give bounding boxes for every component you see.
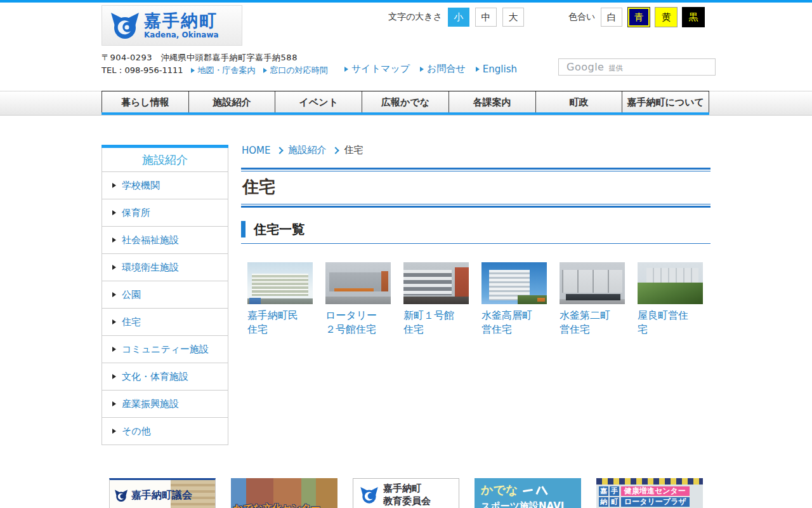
tile-char: 手 — [610, 486, 619, 496]
top-accent-bar — [0, 0, 812, 3]
contact-link[interactable]: お問合せ — [420, 63, 466, 75]
breadcrumb-section-link[interactable]: 施設紹介 — [289, 144, 327, 156]
housing-card-label: 嘉手納町民住宅 — [247, 309, 303, 337]
sidebar-item-label: 公園 — [122, 289, 141, 301]
sidebar-item-culture-sports[interactable]: 文化・体育施設 — [102, 363, 228, 390]
map-office-link[interactable]: 地図・庁舎案内 — [191, 65, 256, 76]
town-emblem-icon — [110, 11, 140, 40]
office-hours-link-label: 窓口の対応時間 — [270, 65, 328, 76]
tile-char: 町 — [610, 497, 619, 507]
sidebar-item-social-welfare[interactable]: 社会福祉施設 — [102, 226, 228, 253]
scheme-black-button[interactable]: 黒 — [683, 8, 704, 27]
google-provided-label: 提供 — [608, 64, 622, 73]
english-link[interactable]: English — [476, 64, 517, 75]
triangle-icon — [112, 265, 116, 270]
triangle-icon — [420, 67, 424, 72]
color-scheme-label: 色合い — [568, 11, 595, 23]
sidebar-item-label: その他 — [122, 425, 151, 438]
housing-card-kadena-chomin[interactable]: 嘉手納町民住宅 — [247, 262, 313, 337]
map-office-link-label: 地図・庁舎案内 — [198, 65, 256, 76]
housing-card-yara[interactable]: 屋良町営住宅 — [638, 262, 703, 337]
google-logo: Google — [566, 61, 604, 73]
banner-board-of-education[interactable]: 嘉手納町 教育委員会 — [353, 478, 459, 508]
text-size-small-button[interactable]: 小 — [448, 8, 469, 27]
nav-item-town-government[interactable]: 町政 — [536, 91, 623, 115]
housing-thumbnail — [560, 262, 625, 304]
triangle-icon — [112, 183, 116, 188]
housing-card-label: ロータリー２号館住宅 — [325, 309, 381, 337]
housing-card-label: 新町１号館住宅 — [403, 309, 459, 337]
sidebar-item-schools[interactable]: 学校機関 — [102, 171, 228, 199]
sidebar-item-others[interactable]: その他 — [102, 417, 228, 444]
housing-card-mizugama-daini[interactable]: 水釜第二町営住宅 — [560, 262, 625, 337]
scheme-blue-button[interactable]: 青 — [628, 8, 650, 27]
housing-list: 嘉手納町民住宅 ロータリー２号館住宅 新町１号館住宅 水釜高層町営住宅 水釜第二… — [247, 262, 703, 337]
sidebar-item-housing[interactable]: 住宅 — [102, 308, 228, 335]
banner-label: 教育委員会 — [383, 495, 431, 508]
tile-char: 嘉 — [599, 486, 608, 496]
housing-thumbnail — [481, 262, 547, 304]
sidebar-item-industry-promotion[interactable]: 産業振興施設 — [102, 390, 228, 417]
scheme-white-button[interactable]: 白 — [601, 8, 622, 27]
page-title-block: 住宅 — [241, 168, 710, 208]
section-heading: 住宅一覧 — [241, 221, 710, 237]
banner-health-center-rotary-plaza[interactable]: 嘉 手 納 町 健康増進センター ロータリープラザ — [596, 478, 703, 508]
sidebar-item-label: 産業振興施設 — [122, 398, 179, 410]
nav-item-facilities[interactable]: 施設紹介 — [189, 91, 276, 115]
nav-item-public-relations[interactable]: 広報かでな — [362, 91, 449, 115]
sidebar-item-nurseries[interactable]: 保育所 — [102, 199, 228, 226]
contact-row: TEL：098-956-1111 地図・庁舎案内 窓口の対応時間 — [102, 65, 328, 76]
nav-item-living-info[interactable]: 暮らし情報 — [102, 91, 189, 115]
triangle-icon — [263, 68, 267, 73]
sidebar-box: 施設紹介 学校機関 保育所 社会福祉施設 環境衛生施設 公園 住宅 コミュニティ… — [102, 148, 228, 445]
town-emblem-icon — [114, 489, 128, 502]
text-size-large-button[interactable]: 大 — [502, 8, 524, 27]
site-title-group: 嘉手納町 Kadena, Okinawa — [144, 12, 219, 39]
contact-link-label: お問合せ — [427, 63, 466, 75]
scheme-yellow-button[interactable]: 黄 — [655, 8, 677, 27]
sitemap-link[interactable]: サイトマップ — [344, 63, 410, 75]
site-search-input[interactable]: Google 提供 — [558, 58, 716, 76]
text-size-medium-button[interactable]: 中 — [475, 8, 497, 27]
banner-sports-facility-navi[interactable]: かでな スポーツ施設NAVI — [475, 478, 581, 508]
triangle-icon — [112, 210, 116, 215]
banner-label: ロータリープラザ — [621, 497, 690, 507]
sidebar-item-label: 住宅 — [122, 316, 141, 328]
banner-town-council[interactable]: 嘉手納町議会 — [109, 478, 216, 508]
nav-item-departments[interactable]: 各課案内 — [449, 91, 536, 115]
banner-label: かでな — [481, 482, 518, 498]
page-title: 住宅 — [241, 171, 710, 204]
site-logo[interactable]: 嘉手納町 Kadena, Okinawa — [102, 5, 242, 46]
housing-card-shinmachi-1[interactable]: 新町１号館住宅 — [403, 262, 469, 337]
housing-card-rotary-2[interactable]: ロータリー２号館住宅 — [325, 262, 391, 337]
sidebar-item-parks[interactable]: 公園 — [102, 281, 228, 308]
office-hours-link[interactable]: 窓口の対応時間 — [263, 65, 328, 76]
sidebar-item-label: 保育所 — [122, 207, 150, 219]
text-size-control: 文字の大きさ 小 中 大 — [388, 8, 524, 27]
sidebar-item-community-facilities[interactable]: コミュニティー施設 — [102, 335, 228, 363]
breadcrumb-home-link[interactable]: HOME — [242, 145, 271, 156]
postal-address: 〒904-0293 沖縄県中頭郡嘉手納町字嘉手納588 — [102, 52, 298, 64]
sidebar-item-label: 学校機関 — [122, 180, 160, 192]
sidebar-item-environmental-health[interactable]: 環境衛生施設 — [102, 253, 228, 281]
utility-links: サイトマップ お問合せ English — [344, 63, 517, 75]
sidebar-item-label: コミュニティー施設 — [122, 344, 209, 356]
color-scheme-control: 色合い 白 青 黄 黒 — [568, 8, 704, 27]
sitemap-link-label: サイトマップ — [351, 63, 410, 75]
chevron-right-icon — [276, 147, 283, 154]
tile-char: 納 — [599, 497, 608, 507]
footer-banner-row: 嘉手納町議会 かでな文化センター 嘉手納町 教育委員会 かでな — [109, 478, 703, 508]
nav-item-about-kadena[interactable]: 嘉手納町について — [622, 91, 709, 115]
english-link-label: English — [483, 64, 517, 75]
global-nav-menu: 暮らし情報 施設紹介 イベント 広報かでな 各課案内 町政 嘉手納町について — [102, 91, 709, 115]
bunting-flags-decoration — [596, 478, 703, 485]
tel-number: TEL：098-956-1111 — [102, 65, 183, 76]
sidebar-item-label: 環境衛生施設 — [122, 262, 179, 274]
triangle-icon — [476, 67, 480, 72]
nav-item-events[interactable]: イベント — [275, 91, 362, 115]
housing-thumbnail — [638, 262, 703, 304]
housing-card-mizugama-kousou[interactable]: 水釜高層町営住宅 — [481, 262, 547, 337]
banner-culture-center[interactable]: かでな文化センター — [231, 478, 337, 508]
global-nav: 暮らし情報 施設紹介 イベント 広報かでな 各課案内 町政 嘉手納町について — [0, 91, 812, 116]
banner-label: 嘉手納町議会 — [131, 489, 192, 502]
